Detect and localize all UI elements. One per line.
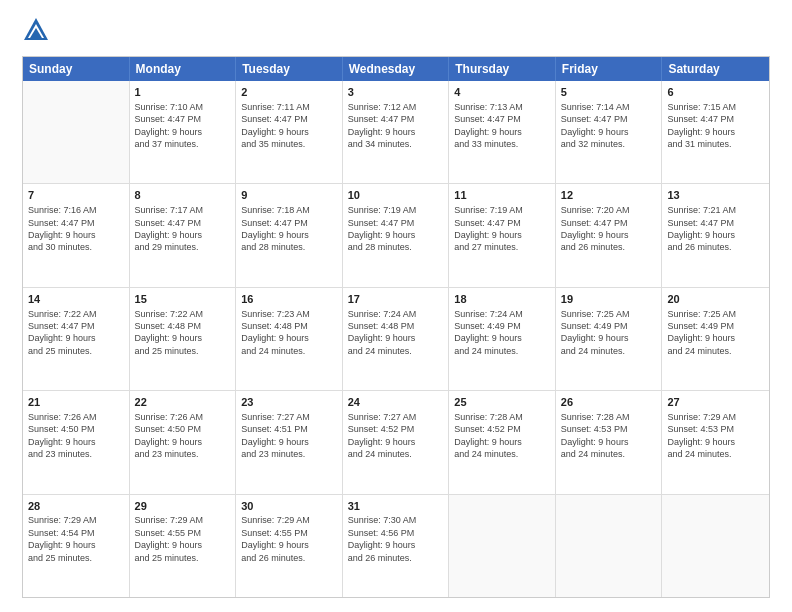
cell-info: Sunrise: 7:26 AMSunset: 4:50 PMDaylight:… — [135, 411, 231, 461]
day-number: 12 — [561, 188, 657, 203]
day-number: 16 — [241, 292, 337, 307]
calendar-cell-r3-c4: 17Sunrise: 7:24 AMSunset: 4:48 PMDayligh… — [343, 288, 450, 390]
calendar-cell-r2-c2: 8Sunrise: 7:17 AMSunset: 4:47 PMDaylight… — [130, 184, 237, 286]
day-number: 26 — [561, 395, 657, 410]
cell-info: Sunrise: 7:22 AMSunset: 4:47 PMDaylight:… — [28, 308, 124, 358]
day-number: 2 — [241, 85, 337, 100]
logo-icon — [22, 16, 50, 44]
cell-info: Sunrise: 7:30 AMSunset: 4:56 PMDaylight:… — [348, 514, 444, 564]
day-number: 18 — [454, 292, 550, 307]
calendar-cell-r4-c6: 26Sunrise: 7:28 AMSunset: 4:53 PMDayligh… — [556, 391, 663, 493]
calendar-cell-r5-c6 — [556, 495, 663, 597]
calendar-cell-r4-c3: 23Sunrise: 7:27 AMSunset: 4:51 PMDayligh… — [236, 391, 343, 493]
calendar: SundayMondayTuesdayWednesdayThursdayFrid… — [22, 56, 770, 598]
day-number: 21 — [28, 395, 124, 410]
calendar-cell-r1-c6: 5Sunrise: 7:14 AMSunset: 4:47 PMDaylight… — [556, 81, 663, 183]
cell-info: Sunrise: 7:26 AMSunset: 4:50 PMDaylight:… — [28, 411, 124, 461]
day-number: 17 — [348, 292, 444, 307]
day-number: 25 — [454, 395, 550, 410]
calendar-page: SundayMondayTuesdayWednesdayThursdayFrid… — [0, 0, 792, 612]
calendar-cell-r5-c3: 30Sunrise: 7:29 AMSunset: 4:55 PMDayligh… — [236, 495, 343, 597]
cell-info: Sunrise: 7:23 AMSunset: 4:48 PMDaylight:… — [241, 308, 337, 358]
calendar-cell-r3-c6: 19Sunrise: 7:25 AMSunset: 4:49 PMDayligh… — [556, 288, 663, 390]
cell-info: Sunrise: 7:15 AMSunset: 4:47 PMDaylight:… — [667, 101, 764, 151]
calendar-cell-r3-c5: 18Sunrise: 7:24 AMSunset: 4:49 PMDayligh… — [449, 288, 556, 390]
cell-info: Sunrise: 7:25 AMSunset: 4:49 PMDaylight:… — [561, 308, 657, 358]
cell-info: Sunrise: 7:24 AMSunset: 4:48 PMDaylight:… — [348, 308, 444, 358]
calendar-cell-r4-c1: 21Sunrise: 7:26 AMSunset: 4:50 PMDayligh… — [23, 391, 130, 493]
day-number: 7 — [28, 188, 124, 203]
calendar-cell-r4-c2: 22Sunrise: 7:26 AMSunset: 4:50 PMDayligh… — [130, 391, 237, 493]
calendar-cell-r3-c2: 15Sunrise: 7:22 AMSunset: 4:48 PMDayligh… — [130, 288, 237, 390]
day-number: 9 — [241, 188, 337, 203]
day-number: 14 — [28, 292, 124, 307]
calendar-row-5: 28Sunrise: 7:29 AMSunset: 4:54 PMDayligh… — [23, 495, 769, 597]
cell-info: Sunrise: 7:27 AMSunset: 4:51 PMDaylight:… — [241, 411, 337, 461]
calendar-body: 1Sunrise: 7:10 AMSunset: 4:47 PMDaylight… — [23, 81, 769, 597]
calendar-cell-r5-c1: 28Sunrise: 7:29 AMSunset: 4:54 PMDayligh… — [23, 495, 130, 597]
day-number: 13 — [667, 188, 764, 203]
weekday-header-friday: Friday — [556, 57, 663, 81]
calendar-cell-r3-c3: 16Sunrise: 7:23 AMSunset: 4:48 PMDayligh… — [236, 288, 343, 390]
day-number: 31 — [348, 499, 444, 514]
day-number: 11 — [454, 188, 550, 203]
logo — [22, 18, 53, 46]
calendar-cell-r2-c1: 7Sunrise: 7:16 AMSunset: 4:47 PMDaylight… — [23, 184, 130, 286]
cell-info: Sunrise: 7:10 AMSunset: 4:47 PMDaylight:… — [135, 101, 231, 151]
calendar-cell-r5-c4: 31Sunrise: 7:30 AMSunset: 4:56 PMDayligh… — [343, 495, 450, 597]
cell-info: Sunrise: 7:29 AMSunset: 4:55 PMDaylight:… — [241, 514, 337, 564]
calendar-cell-r1-c4: 3Sunrise: 7:12 AMSunset: 4:47 PMDaylight… — [343, 81, 450, 183]
cell-info: Sunrise: 7:13 AMSunset: 4:47 PMDaylight:… — [454, 101, 550, 151]
weekday-header-saturday: Saturday — [662, 57, 769, 81]
cell-info: Sunrise: 7:14 AMSunset: 4:47 PMDaylight:… — [561, 101, 657, 151]
calendar-row-4: 21Sunrise: 7:26 AMSunset: 4:50 PMDayligh… — [23, 391, 769, 494]
day-number: 1 — [135, 85, 231, 100]
weekday-header-wednesday: Wednesday — [343, 57, 450, 81]
cell-info: Sunrise: 7:21 AMSunset: 4:47 PMDaylight:… — [667, 204, 764, 254]
day-number: 8 — [135, 188, 231, 203]
cell-info: Sunrise: 7:12 AMSunset: 4:47 PMDaylight:… — [348, 101, 444, 151]
day-number: 23 — [241, 395, 337, 410]
cell-info: Sunrise: 7:20 AMSunset: 4:47 PMDaylight:… — [561, 204, 657, 254]
cell-info: Sunrise: 7:18 AMSunset: 4:47 PMDaylight:… — [241, 204, 337, 254]
cell-info: Sunrise: 7:11 AMSunset: 4:47 PMDaylight:… — [241, 101, 337, 151]
header — [22, 18, 770, 46]
day-number: 20 — [667, 292, 764, 307]
cell-info: Sunrise: 7:28 AMSunset: 4:53 PMDaylight:… — [561, 411, 657, 461]
cell-info: Sunrise: 7:16 AMSunset: 4:47 PMDaylight:… — [28, 204, 124, 254]
calendar-cell-r2-c6: 12Sunrise: 7:20 AMSunset: 4:47 PMDayligh… — [556, 184, 663, 286]
calendar-cell-r2-c7: 13Sunrise: 7:21 AMSunset: 4:47 PMDayligh… — [662, 184, 769, 286]
day-number: 5 — [561, 85, 657, 100]
calendar-cell-r1-c3: 2Sunrise: 7:11 AMSunset: 4:47 PMDaylight… — [236, 81, 343, 183]
weekday-header-monday: Monday — [130, 57, 237, 81]
calendar-cell-r3-c7: 20Sunrise: 7:25 AMSunset: 4:49 PMDayligh… — [662, 288, 769, 390]
calendar-row-2: 7Sunrise: 7:16 AMSunset: 4:47 PMDaylight… — [23, 184, 769, 287]
cell-info: Sunrise: 7:19 AMSunset: 4:47 PMDaylight:… — [454, 204, 550, 254]
calendar-cell-r2-c4: 10Sunrise: 7:19 AMSunset: 4:47 PMDayligh… — [343, 184, 450, 286]
weekday-header-thursday: Thursday — [449, 57, 556, 81]
day-number: 29 — [135, 499, 231, 514]
day-number: 30 — [241, 499, 337, 514]
cell-info: Sunrise: 7:28 AMSunset: 4:52 PMDaylight:… — [454, 411, 550, 461]
weekday-header-tuesday: Tuesday — [236, 57, 343, 81]
calendar-cell-r5-c5 — [449, 495, 556, 597]
calendar-cell-r4-c7: 27Sunrise: 7:29 AMSunset: 4:53 PMDayligh… — [662, 391, 769, 493]
calendar-cell-r2-c5: 11Sunrise: 7:19 AMSunset: 4:47 PMDayligh… — [449, 184, 556, 286]
cell-info: Sunrise: 7:24 AMSunset: 4:49 PMDaylight:… — [454, 308, 550, 358]
day-number: 22 — [135, 395, 231, 410]
calendar-header: SundayMondayTuesdayWednesdayThursdayFrid… — [23, 57, 769, 81]
day-number: 6 — [667, 85, 764, 100]
day-number: 19 — [561, 292, 657, 307]
day-number: 27 — [667, 395, 764, 410]
cell-info: Sunrise: 7:27 AMSunset: 4:52 PMDaylight:… — [348, 411, 444, 461]
day-number: 24 — [348, 395, 444, 410]
cell-info: Sunrise: 7:19 AMSunset: 4:47 PMDaylight:… — [348, 204, 444, 254]
day-number: 15 — [135, 292, 231, 307]
day-number: 10 — [348, 188, 444, 203]
calendar-cell-r1-c7: 6Sunrise: 7:15 AMSunset: 4:47 PMDaylight… — [662, 81, 769, 183]
cell-info: Sunrise: 7:25 AMSunset: 4:49 PMDaylight:… — [667, 308, 764, 358]
calendar-cell-r4-c4: 24Sunrise: 7:27 AMSunset: 4:52 PMDayligh… — [343, 391, 450, 493]
calendar-cell-r1-c5: 4Sunrise: 7:13 AMSunset: 4:47 PMDaylight… — [449, 81, 556, 183]
weekday-header-sunday: Sunday — [23, 57, 130, 81]
day-number: 4 — [454, 85, 550, 100]
